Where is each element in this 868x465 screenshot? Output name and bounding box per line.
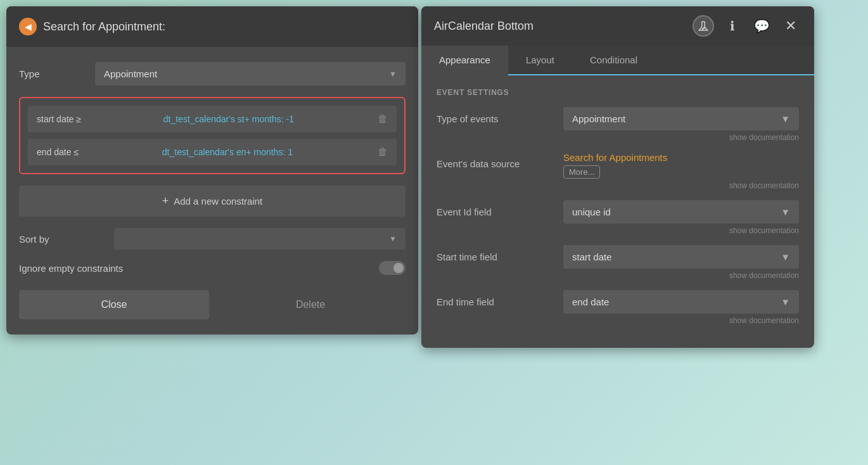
event-id-chevron: ▼ — [781, 207, 790, 217]
header-icons: ℹ 💬 ✕ — [692, 15, 801, 37]
info-icon[interactable]: ℹ — [722, 15, 743, 37]
data-source-row: Event's data source Search for Appointme… — [437, 152, 799, 196]
end-time-label: End time field — [437, 290, 563, 307]
end-time-dropdown[interactable]: end date ▼ — [563, 290, 799, 314]
svg-point-2 — [703, 29, 704, 30]
ignore-constraints-row: Ignore empty constraints — [19, 261, 405, 275]
start-time-dropdown[interactable]: start date ▼ — [563, 245, 799, 269]
add-constraint-label: Add a new constraint — [174, 196, 262, 207]
constraint-prefix-2: end date ≤ — [37, 147, 84, 157]
end-time-control: end date ▼ show documentation — [563, 290, 799, 331]
end-time-row: End time field end date ▼ show documenta… — [437, 290, 799, 331]
tab-conditional[interactable]: Conditional — [572, 46, 655, 75]
sort-label: Sort by — [19, 234, 114, 245]
start-time-control: start date ▼ show documentation — [563, 245, 799, 286]
event-id-label: Event Id field — [437, 200, 563, 217]
data-source-link[interactable]: Search for Appointments — [563, 152, 799, 163]
right-panel-title: AirCalendar Bottom — [434, 20, 533, 33]
event-id-row: Event Id field unique id ▼ show document… — [437, 200, 799, 241]
delete-button[interactable]: Delete — [215, 290, 405, 319]
event-id-value: unique id — [572, 207, 611, 217]
type-of-events-chevron: ▼ — [781, 113, 790, 124]
type-of-events-doc[interactable]: show documentation — [563, 131, 799, 148]
type-label: Type — [19, 68, 95, 79]
sort-select[interactable]: ▼ — [114, 228, 405, 250]
constraint-delete-1[interactable]: 🗑 — [378, 113, 388, 125]
left-panel: ◀ Search for Appointment: Type Appointme… — [6, 6, 418, 334]
right-panel-body: EVENT SETTINGS Type of events Appointmen… — [421, 75, 814, 348]
ignore-toggle[interactable] — [379, 261, 405, 275]
add-constraint-plus: + — [162, 194, 169, 208]
start-time-label: Start time field — [437, 245, 563, 262]
tab-appearance[interactable]: Appearance — [421, 46, 508, 75]
constraint-prefix-1: start date ≥ — [37, 114, 86, 124]
svg-point-1 — [704, 27, 705, 29]
ignore-label: Ignore empty constraints — [19, 263, 379, 274]
type-of-events-control: Appointment ▼ show documentation — [563, 107, 799, 148]
event-id-control: unique id ▼ show documentation — [563, 200, 799, 241]
left-panel-body: Type Appointment ▼ start date ≥ dt_test_… — [6, 47, 418, 334]
end-time-chevron: ▼ — [781, 296, 790, 307]
start-time-chevron: ▼ — [781, 252, 790, 262]
event-id-doc[interactable]: show documentation — [563, 224, 799, 241]
start-time-doc[interactable]: show documentation — [563, 269, 799, 286]
type-select-chevron: ▼ — [389, 70, 397, 79]
constraint-delete-2[interactable]: 🗑 — [378, 146, 388, 158]
constraint-value-2[interactable]: dt_test_calendar's en+ months: 1 — [162, 147, 293, 157]
left-panel-header: ◀ Search for Appointment: — [6, 6, 418, 47]
tab-layout[interactable]: Layout — [508, 46, 572, 75]
event-id-dropdown[interactable]: unique id ▼ — [563, 200, 799, 224]
constraint-value-1[interactable]: dt_test_calendar's st+ months: -1 — [163, 114, 294, 124]
type-select-value: Appointment — [104, 68, 157, 79]
left-panel-title: Search for Appointment: — [43, 20, 165, 34]
constraint-row-2: end date ≤ dt_test_calendar's en+ months… — [28, 139, 397, 165]
start-time-value: start date — [572, 252, 612, 262]
type-of-events-row: Type of events Appointment ▼ show docume… — [437, 107, 799, 148]
chat-icon[interactable]: 💬 — [751, 15, 772, 37]
close-button[interactable]: Close — [19, 290, 209, 319]
sort-row: Sort by ▼ — [19, 228, 405, 250]
more-button[interactable]: More... — [563, 165, 600, 179]
type-select[interactable]: Appointment ▼ — [95, 62, 405, 86]
back-button[interactable]: ◀ — [19, 18, 37, 35]
bottom-buttons: Close Delete — [19, 290, 405, 319]
constraints-box: start date ≥ dt_test_calendar's st+ mont… — [19, 97, 405, 174]
event-settings-title: EVENT SETTINGS — [437, 88, 799, 97]
right-panel: AirCalendar Bottom ℹ 💬 ✕ Appearance Layo… — [421, 6, 814, 348]
end-time-value: end date — [572, 296, 609, 307]
sort-chevron: ▼ — [389, 234, 397, 243]
right-panel-header: AirCalendar Bottom ℹ 💬 ✕ — [421, 6, 814, 46]
type-of-events-label: Type of events — [437, 107, 563, 124]
data-source-doc[interactable]: show documentation — [563, 179, 799, 196]
start-time-row: Start time field start date ▼ show docum… — [437, 245, 799, 286]
data-source-control: Search for Appointments More... show doc… — [563, 152, 799, 196]
add-constraint-button[interactable]: + Add a new constraint — [19, 186, 405, 217]
close-panel-icon[interactable]: ✕ — [780, 15, 801, 37]
tabs: Appearance Layout Conditional — [421, 46, 814, 75]
constraint-row-1: start date ≥ dt_test_calendar's st+ mont… — [28, 106, 397, 132]
data-source-label: Event's data source — [437, 152, 563, 169]
type-of-events-dropdown[interactable]: Appointment ▼ — [563, 107, 799, 131]
type-of-events-value: Appointment — [572, 113, 625, 124]
end-time-doc[interactable]: show documentation — [563, 314, 799, 331]
beaker-icon[interactable] — [692, 15, 714, 37]
type-row: Type Appointment ▼ — [19, 62, 405, 86]
